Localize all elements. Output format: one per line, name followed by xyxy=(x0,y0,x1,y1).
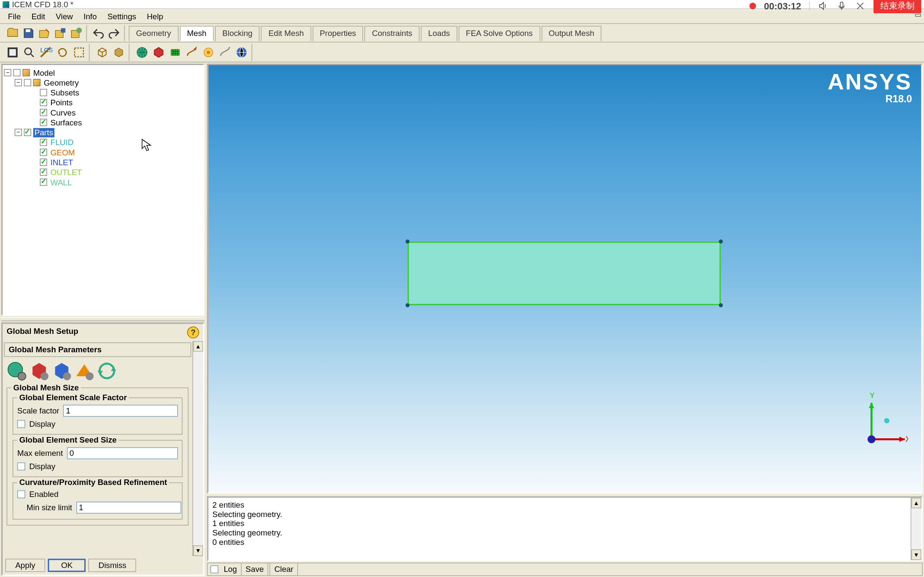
zoom-icon[interactable] xyxy=(22,45,36,59)
geometry-point[interactable] xyxy=(405,240,409,244)
refresh-icon[interactable] xyxy=(55,45,70,59)
measure-icon[interactable]: LCS xyxy=(39,45,53,59)
tab-properties[interactable]: Properties xyxy=(313,26,364,41)
expand-icon[interactable]: − xyxy=(15,129,22,136)
tab-blocking[interactable]: Blocking xyxy=(215,26,259,41)
geometry-point[interactable] xyxy=(405,303,409,307)
save-icon[interactable] xyxy=(21,26,36,40)
tree-model[interactable]: Model xyxy=(32,68,56,77)
open-geometry-icon[interactable] xyxy=(37,26,52,40)
tree-checkbox[interactable] xyxy=(40,149,47,156)
scale-factor-input[interactable] xyxy=(63,405,178,417)
expand-icon[interactable]: − xyxy=(15,79,22,86)
tree-subsets[interactable]: Subsets xyxy=(49,88,80,97)
prism-params-icon[interactable] xyxy=(73,360,96,382)
global-mesh-icon[interactable] xyxy=(135,45,149,59)
enabled-checkbox[interactable] xyxy=(17,491,25,499)
tree-part-fluid[interactable]: FLUID xyxy=(49,138,75,147)
wireframe-icon[interactable] xyxy=(95,45,110,59)
tree-checkbox[interactable] xyxy=(24,79,31,86)
surface-mesh-icon[interactable] xyxy=(168,45,182,59)
tree-checkbox[interactable] xyxy=(40,99,47,106)
menu-view[interactable]: View xyxy=(51,11,78,23)
tree-geometry[interactable]: Geometry xyxy=(42,78,80,87)
clear-log-button[interactable]: Clear xyxy=(270,563,298,575)
tree-checkbox[interactable] xyxy=(40,89,47,96)
mesh-curve-icon[interactable] xyxy=(218,45,232,59)
import-icon[interactable] xyxy=(69,26,83,40)
shaded-icon[interactable] xyxy=(111,45,126,59)
volume-params-icon[interactable] xyxy=(51,360,73,382)
model-tree[interactable]: −Model −Geometry Subsets Points Curves S… xyxy=(1,64,204,316)
tree-checkbox[interactable] xyxy=(40,119,47,126)
microphone-icon[interactable] xyxy=(836,1,847,12)
viewport-3d[interactable]: ANSYSR18.0 Y X xyxy=(207,64,923,494)
redo-icon[interactable] xyxy=(107,26,122,40)
save-geometry-icon[interactable] xyxy=(53,26,68,40)
menu-settings[interactable]: Settings xyxy=(102,11,141,23)
tree-part-inlet[interactable]: INLET xyxy=(49,158,75,167)
tree-part-wall[interactable]: WALL xyxy=(49,178,73,187)
tree-part-outlet[interactable]: OUTLET xyxy=(49,167,83,177)
tab-constraints[interactable]: Constraints xyxy=(365,26,420,41)
geometry-point[interactable] xyxy=(719,240,723,244)
ok-button[interactable]: OK xyxy=(48,559,86,572)
tab-edit-mesh[interactable]: Edit Mesh xyxy=(261,26,311,41)
tree-surfaces[interactable]: Surfaces xyxy=(49,118,83,127)
scroll-210-icon[interactable]: ▼ xyxy=(193,545,203,556)
shell-params-icon[interactable] xyxy=(28,360,51,382)
fit-view-icon[interactable] xyxy=(5,45,20,59)
tree-curves[interactable]: Curves xyxy=(49,108,77,117)
menu-help[interactable]: Help xyxy=(142,11,169,23)
log-checkbox[interactable] xyxy=(210,565,218,574)
tree-checkbox[interactable] xyxy=(13,69,21,76)
tab-output-mesh[interactable]: Output Mesh xyxy=(541,26,602,41)
min-size-input[interactable] xyxy=(76,502,181,514)
axis-triad[interactable]: Y X xyxy=(848,393,908,453)
tab-geometry[interactable]: Geometry xyxy=(129,26,179,41)
apply-button[interactable]: Apply xyxy=(5,559,45,572)
max-element-input[interactable] xyxy=(67,447,178,459)
save-log-button[interactable]: Save xyxy=(241,563,268,575)
scroll-up-icon[interactable]: ▲ xyxy=(193,341,203,352)
tree-part-geom[interactable]: GEOM xyxy=(49,148,76,157)
menu-file[interactable]: File xyxy=(3,11,26,23)
compute-mesh-icon[interactable] xyxy=(234,45,249,59)
tree-checkbox[interactable] xyxy=(40,169,47,176)
tree-checkbox[interactable] xyxy=(40,139,47,146)
close-icon[interactable] xyxy=(855,1,866,12)
stop-record-button[interactable]: 结束录制 xyxy=(873,0,921,13)
curve-mesh-icon[interactable] xyxy=(185,45,199,59)
horizontal-splitter[interactable] xyxy=(1,317,204,321)
periodicity-icon[interactable] xyxy=(95,360,118,382)
part-mesh-icon[interactable] xyxy=(151,45,166,59)
tree-checkbox[interactable] xyxy=(24,129,31,136)
expand-icon[interactable]: − xyxy=(4,69,11,76)
tab-mesh[interactable]: Mesh xyxy=(180,26,214,41)
scroll-down-icon[interactable]: ▼ xyxy=(911,550,921,560)
tree-checkbox[interactable] xyxy=(40,158,47,166)
help-icon[interactable]: ? xyxy=(187,327,199,339)
undo-icon[interactable] xyxy=(91,26,105,40)
tab-fea-solve[interactable]: FEA Solve Options xyxy=(459,26,540,41)
display-checkbox[interactable] xyxy=(17,462,25,470)
tab-loads[interactable]: Loads xyxy=(421,26,457,41)
open-icon[interactable] xyxy=(5,26,20,40)
menu-info[interactable]: Info xyxy=(78,11,102,23)
panel-scrollbar[interactable]: ▲▼ xyxy=(193,341,203,556)
menu-edit[interactable]: Edit xyxy=(26,11,51,23)
density-icon[interactable] xyxy=(201,45,216,59)
log-scrollbar[interactable]: ▲▼ xyxy=(911,498,921,560)
select-icon[interactable] xyxy=(72,45,86,59)
scroll-up-icon[interactable]: ▲ xyxy=(911,498,921,509)
dismiss-button[interactable]: Dismiss xyxy=(89,559,137,572)
global-size-icon[interactable] xyxy=(5,360,28,382)
geometry-surface[interactable] xyxy=(408,241,721,305)
tree-checkbox[interactable] xyxy=(40,109,47,116)
geometry-point[interactable] xyxy=(719,303,723,307)
display-checkbox[interactable] xyxy=(17,420,25,428)
tree-checkbox[interactable] xyxy=(40,178,47,186)
speaker-icon[interactable] xyxy=(818,1,829,12)
tree-parts[interactable]: Parts xyxy=(33,128,55,137)
tree-points[interactable]: Points xyxy=(49,98,74,107)
